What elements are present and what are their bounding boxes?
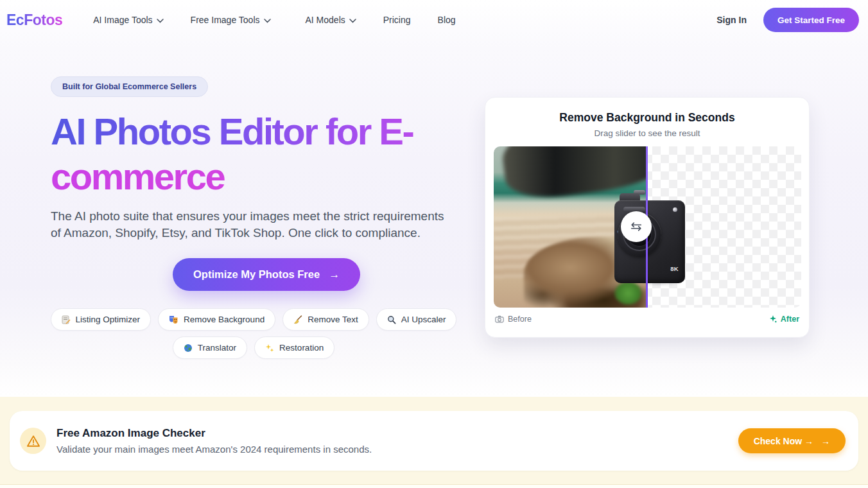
chevron-down-icon xyxy=(157,15,164,25)
amazon-checker-card: Free Amazon Image Checker Validate your … xyxy=(10,411,858,471)
nav-item-blog[interactable]: Blog xyxy=(438,15,456,25)
warning-icon-circle xyxy=(20,428,46,454)
optimize-photos-button[interactable]: Optimize My Photos Free → xyxy=(173,258,360,291)
nav-item-pricing[interactable]: Pricing xyxy=(383,15,411,25)
camera-icon xyxy=(495,315,504,323)
sparkle-icon xyxy=(769,315,777,323)
header-actions: Sign In Get Started Free xyxy=(716,8,859,32)
get-started-button[interactable]: Get Started Free xyxy=(763,8,859,32)
compare-labels: Before After xyxy=(485,315,809,324)
nav-item-ai-image-tools[interactable]: AI Image Tools xyxy=(93,15,163,25)
camera-product: cam 8K xyxy=(614,200,685,283)
demo-title: Remove Background in Seconds xyxy=(485,111,809,125)
nav-item-ai-models[interactable]: AI Models xyxy=(306,15,356,25)
brand-logo[interactable]: EcFotos xyxy=(6,12,62,29)
chevron-down-icon xyxy=(349,15,356,25)
warning-triangle-icon xyxy=(26,435,40,448)
remove-background-demo-card: Remove Background in Seconds Drag slider… xyxy=(485,97,810,338)
pill-remove-text[interactable]: Remove Text xyxy=(282,308,369,331)
before-label: Before xyxy=(495,315,532,324)
amazon-checker-banner-strip: Free Amazon Image Checker Validate your … xyxy=(0,397,868,485)
page-title-line1: AI Photos Editor for E- xyxy=(51,109,487,154)
magnifier-icon xyxy=(387,315,396,324)
sparkles-icon xyxy=(265,344,274,353)
nav-item-free-image-tools[interactable]: Free Image Tools xyxy=(191,15,271,25)
pill-listing-optimizer[interactable]: Listing Optimizer xyxy=(51,308,152,331)
feature-pills-row-1: Listing Optimizer Remove Background Remo… xyxy=(51,308,456,331)
page-title-line2: commerce xyxy=(51,154,487,199)
top-navigation: EcFotos AI Image Tools Free Image Tools … xyxy=(0,0,868,40)
slider-drag-handle[interactable] xyxy=(621,211,652,242)
broom-icon xyxy=(293,315,302,324)
memo-icon xyxy=(62,315,71,324)
feature-pills-row-2: Translator Restoration xyxy=(51,336,456,359)
camera-8k-badge: 8K xyxy=(670,265,678,272)
arrow-right-icon: → xyxy=(329,268,340,281)
after-label: After xyxy=(769,315,799,324)
before-after-slider[interactable]: cam 8K xyxy=(494,146,801,308)
pill-ai-upscaler[interactable]: AI Upscaler xyxy=(376,308,457,331)
pill-translator[interactable]: Translator xyxy=(173,336,247,359)
demo-subtitle: Drag slider to see the result xyxy=(485,128,809,138)
page-title: AI Photos Editor for E- commerce xyxy=(51,109,487,199)
pill-restoration[interactable]: Restoration xyxy=(254,336,334,359)
banner-subtitle: Validate your main images meet Amazon's … xyxy=(56,444,372,455)
check-now-button[interactable]: Check Now → → xyxy=(738,428,846,453)
pill-remove-background[interactable]: Remove Background xyxy=(158,308,275,331)
banner-title: Free Amazon Image Checker xyxy=(56,427,372,440)
hero-badge: Built for Global Ecommerce Sellers xyxy=(51,76,208,97)
masks-icon xyxy=(169,315,178,324)
hero-subtitle: The AI photo suite that ensures your ima… xyxy=(51,208,445,241)
camera-flash-dot xyxy=(673,207,677,212)
left-right-arrows-icon xyxy=(629,220,643,234)
chevron-down-icon xyxy=(264,15,271,25)
nav-menu: AI Image Tools Free Image Tools AI Model… xyxy=(93,15,455,25)
sign-in-link[interactable]: Sign In xyxy=(716,15,747,25)
landing-page: EcFotos AI Image Tools Free Image Tools … xyxy=(0,0,868,488)
arrow-right-icon: → xyxy=(821,436,830,446)
globe-icon xyxy=(184,344,193,353)
